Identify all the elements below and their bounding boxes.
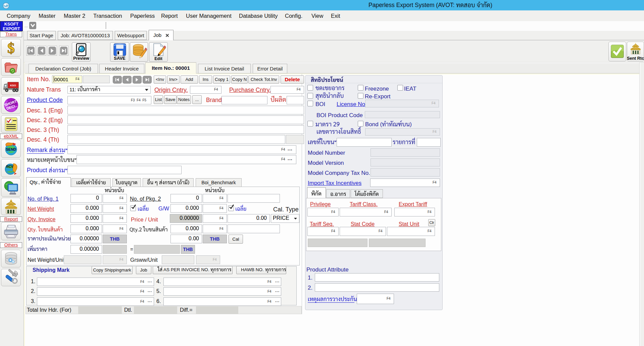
svg-text:KSO: KSO bbox=[10, 84, 16, 87]
svg-text:SEND: SEND bbox=[6, 147, 16, 151]
svg-text:$: $ bbox=[7, 40, 15, 56]
svg-text:RCV: RCV bbox=[6, 165, 13, 168]
